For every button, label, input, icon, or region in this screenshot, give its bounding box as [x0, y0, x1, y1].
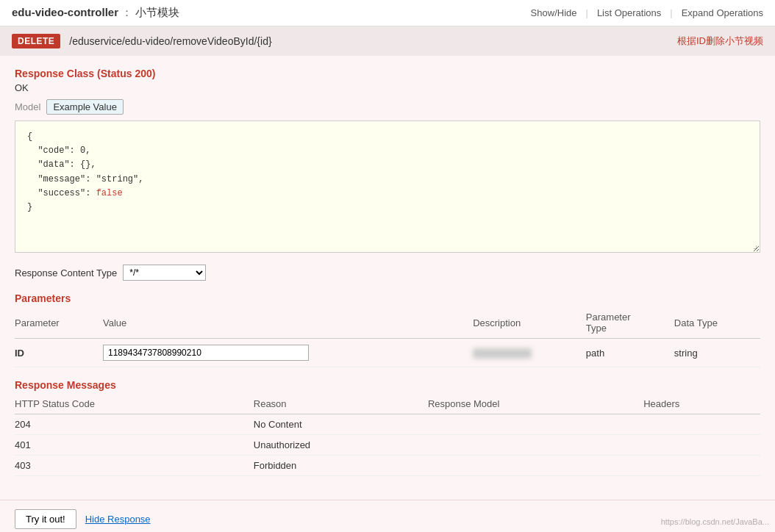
parameters-title: Parameters	[15, 292, 760, 304]
expand-operations-link[interactable]: Expand Operations	[682, 7, 763, 18]
params-header-row: Parameter Value Description ParameterTyp…	[15, 307, 760, 339]
model-tabs: Model Example Value	[15, 99, 760, 115]
divider2: |	[670, 7, 672, 18]
method-badge: DELETE	[12, 34, 60, 48]
divider1: |	[585, 7, 588, 18]
content-type-select[interactable]: */* application/json text/plain	[123, 265, 206, 281]
watermark: https://blog.csdn.net/JavaBa...	[661, 517, 769, 526]
model-403	[428, 456, 643, 476]
param-value-input[interactable]	[103, 345, 309, 361]
endpoint-path: /eduservice/edu-video/removeVideoById/{i…	[69, 35, 668, 47]
hide-response-link[interactable]: Hide Response	[85, 514, 151, 525]
reason-403: Forbidden	[254, 456, 428, 476]
content-type-label: Response Content Type	[15, 267, 117, 278]
param-type: path	[586, 348, 604, 359]
param-name: ID	[15, 348, 24, 359]
col-data-type: Data Type	[674, 307, 760, 339]
parameters-table: Parameter Value Description ParameterTyp…	[15, 307, 760, 367]
model-tab[interactable]: Model	[15, 101, 40, 112]
content-type-row: Response Content Type */* application/js…	[15, 265, 760, 281]
try-it-out-button[interactable]: Try it out!	[15, 509, 76, 529]
col-value: Value	[103, 307, 473, 339]
col-description: Description	[473, 307, 586, 339]
model-204	[428, 414, 643, 435]
table-row: 401 Unauthorized	[15, 435, 760, 456]
status-code-401: 401	[15, 435, 254, 456]
headers-204	[643, 414, 760, 435]
controller-name: edu-video-controller	[12, 6, 118, 18]
response-class-title: Response Class (Status 200)	[15, 68, 760, 79]
example-value-tab[interactable]: Example Value	[46, 99, 123, 115]
response-header-row: HTTP Status Code Reason Response Model H…	[15, 394, 760, 414]
param-desc-blurred	[473, 348, 532, 359]
reason-401: Unauthorized	[254, 435, 428, 456]
header-actions: Show/Hide | List Operations | Expand Ope…	[531, 7, 763, 18]
col-http-status: HTTP Status Code	[15, 394, 254, 414]
endpoint-row: DELETE /eduservice/edu-video/removeVideo…	[0, 26, 775, 56]
response-messages-table: HTTP Status Code Reason Response Model H…	[15, 394, 760, 476]
endpoint-description: 根据ID删除小节视频	[677, 35, 763, 48]
col-reason: Reason	[254, 394, 428, 414]
table-row: 204 No Content	[15, 414, 760, 435]
table-row: 403 Forbidden	[15, 456, 760, 476]
page-wrapper: edu-video-controller：小节模块 Show/Hide | Li…	[0, 0, 775, 532]
status-code-204: 204	[15, 414, 254, 435]
show-hide-link[interactable]: Show/Hide	[531, 7, 577, 18]
param-data-type: string	[674, 348, 698, 359]
col-param-type: ParameterType	[586, 307, 674, 339]
col-response-model: Response Model	[428, 394, 643, 414]
model-401	[428, 435, 643, 456]
header-title: edu-video-controller：小节模块	[12, 6, 179, 20]
colon: ：	[121, 6, 132, 18]
col-parameter: Parameter	[15, 307, 103, 339]
footer-row: Try it out! Hide Response	[0, 500, 775, 532]
inner-content: Response Class (Status 200) OK Model Exa…	[0, 56, 775, 500]
json-preview-box: { "code": 0, "data": {}, "message": "str…	[15, 121, 760, 253]
status-ok: OK	[15, 82, 760, 93]
content: DELETE /eduservice/edu-video/removeVideo…	[0, 26, 775, 532]
reason-204: No Content	[254, 414, 428, 435]
header: edu-video-controller：小节模块 Show/Hide | Li…	[0, 0, 775, 26]
response-messages-title: Response Messages	[15, 379, 760, 391]
table-row: ID path string	[15, 339, 760, 367]
subtitle: 小节模块	[135, 6, 179, 18]
status-code-403: 403	[15, 456, 254, 476]
list-operations-link[interactable]: List Operations	[597, 7, 661, 18]
headers-403	[643, 456, 760, 476]
col-headers: Headers	[643, 394, 760, 414]
resize-handle: ⌟	[752, 240, 758, 251]
headers-401	[643, 435, 760, 456]
